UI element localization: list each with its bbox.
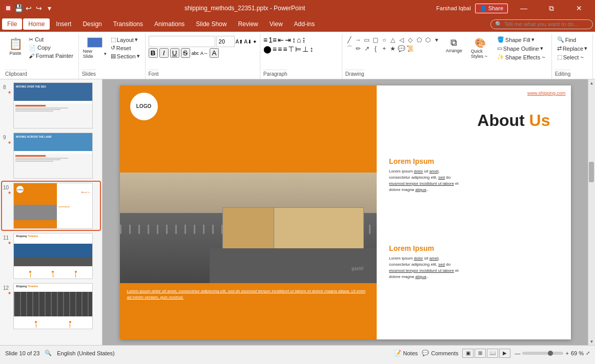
pentagon-shape[interactable]: ⬠ <box>415 36 423 44</box>
shape-outline-button[interactable]: ▭ Shape Outline ▾ <box>495 45 547 52</box>
restore-button[interactable]: ⧉ <box>540 0 563 16</box>
brace-shape[interactable]: { <box>372 45 380 53</box>
underline-button[interactable]: U <box>170 48 179 58</box>
menu-animations[interactable]: Animations <box>149 18 190 30</box>
callout-shape[interactable]: 💬 <box>398 45 406 53</box>
menu-insert[interactable]: Insert <box>51 18 76 30</box>
share-button[interactable]: 👤 Share <box>475 4 508 13</box>
shape-effects-button[interactable]: ✨ Shape Effects ~ <box>495 53 547 61</box>
vertical-scrollbar[interactable]: ▲ ▼ <box>588 79 595 345</box>
line-spacing-button[interactable]: ↕ <box>310 45 313 53</box>
increase-indent-button[interactable]: ⇥ <box>285 36 291 44</box>
rounded-rect-shape[interactable]: ▢ <box>372 36 380 44</box>
rtriangle-shape[interactable]: ◁ <box>398 36 406 44</box>
undo-icon[interactable]: ↩ <box>25 4 33 12</box>
line-shape[interactable]: ╱ <box>345 36 354 44</box>
shadow-button[interactable]: abc <box>192 51 199 56</box>
redo-icon[interactable]: ↪ <box>35 4 43 12</box>
format-painter-button[interactable]: 🖌 Format Painter <box>27 52 75 59</box>
menu-addins[interactable]: Add-ins <box>289 18 320 30</box>
italic-button[interactable]: I <box>159 48 169 58</box>
cut-button[interactable]: ✂ Cut <box>27 36 75 44</box>
justify-button[interactable]: ≡ <box>283 45 287 53</box>
arrow-shape[interactable]: → <box>354 36 362 44</box>
menu-design[interactable]: Design <box>77 18 107 30</box>
font-name-input[interactable] <box>149 36 215 47</box>
rect-shape[interactable]: ▭ <box>363 36 371 44</box>
scroll-track[interactable] <box>588 87 596 338</box>
font-size-input[interactable] <box>216 36 235 47</box>
slide-sorter-button[interactable]: ⊞ <box>475 349 486 358</box>
replace-button[interactable]: ⇄ Replace ▾ <box>555 45 589 52</box>
slide-thumb-8[interactable]: 8 ★ MOVING OVER THE SEA <box>2 81 100 130</box>
more-shapes[interactable]: ▾ <box>433 36 441 44</box>
menu-home[interactable]: Home <box>23 18 50 30</box>
triangle-shape[interactable]: △ <box>389 36 397 44</box>
find-button[interactable]: 🔍 Find <box>555 36 589 44</box>
slide-thumb-9[interactable]: 9 ★ MOVING ACROSS THE LAND <box>2 132 100 180</box>
reset-button[interactable]: ↺ Reset <box>109 44 142 52</box>
slide-thumb-12[interactable]: 12 ★ Shipping Timeline <box>2 282 100 330</box>
align-left-button[interactable]: ⬤ <box>263 45 272 53</box>
menu-review[interactable]: Review <box>233 18 263 30</box>
align-top-button[interactable]: ⊤ <box>288 45 294 53</box>
customize-qat-icon[interactable]: ▾ <box>45 4 53 12</box>
slide-thumb-10[interactable]: 10 ★ LOGO About Us Lorem Ipsum <box>2 182 100 230</box>
numbering-button[interactable]: 1≡ <box>269 36 277 44</box>
menu-file[interactable]: File <box>2 18 22 30</box>
align-middle-button[interactable]: ⊨ <box>295 45 301 53</box>
slide-canvas[interactable]: LOGO www.shipping.com About Us <box>120 85 571 339</box>
zoom-in-button[interactable]: + <box>565 350 568 356</box>
comments-button[interactable]: 💬 Comments <box>422 350 458 356</box>
scroll-up-arrow[interactable]: ▲ <box>588 79 596 87</box>
copy-button[interactable]: 📄 Copy <box>27 44 75 52</box>
decrease-indent-button[interactable]: ⇤ <box>278 36 284 44</box>
select-button[interactable]: ⬚ Select ~ <box>555 53 589 61</box>
freeform-shape[interactable]: ✏ <box>354 45 362 53</box>
decrease-font-button[interactable]: A⬇ <box>244 39 252 45</box>
clear-format-button[interactable]: ✦ <box>253 39 257 45</box>
scroll-shape[interactable]: 📜 <box>406 45 415 53</box>
zoom-thumb[interactable] <box>548 351 553 356</box>
menu-slideshow[interactable]: Slide Show <box>191 18 232 30</box>
new-slide-button[interactable]: New Slide ▾ <box>82 36 108 70</box>
bold-button[interactable]: B <box>149 48 158 58</box>
minimize-button[interactable]: — <box>512 0 536 16</box>
zoom-out-button[interactable]: — <box>515 350 520 356</box>
oval-shape[interactable]: ○ <box>380 36 388 44</box>
section-button[interactable]: ▤ Section ▾ <box>109 52 142 60</box>
scroll-thumb[interactable] <box>589 162 594 182</box>
normal-view-button[interactable]: ▣ <box>462 349 474 358</box>
align-center-button[interactable]: ≡ <box>273 45 277 53</box>
paste-button[interactable]: 📋 Paste <box>5 36 26 70</box>
strikethrough-button[interactable]: S <box>181 48 190 58</box>
char-spacing-button[interactable]: A↔ <box>200 51 208 56</box>
hexagon-shape[interactable]: ⬡ <box>424 36 432 44</box>
curve-shape[interactable]: ⌒ <box>345 45 354 53</box>
shape-fill-button[interactable]: 🪣 Shape Fill ▾ <box>495 36 547 44</box>
save-icon[interactable]: 💾 <box>14 4 23 12</box>
columns-button[interactable]: ⫶ <box>302 36 305 44</box>
increase-font-button[interactable]: A⬆ <box>236 39 243 45</box>
layout-button[interactable]: ⬚ Layout ▾ <box>109 36 142 44</box>
menu-transitions[interactable]: Transitions <box>108 18 148 30</box>
notes-button[interactable]: 📝 Notes <box>394 350 418 356</box>
bullets-button[interactable]: ≡ <box>263 36 268 44</box>
quick-styles-button[interactable]: 🎨 Quick Styles ~ <box>470 36 490 60</box>
star-shape[interactable]: ★ <box>389 45 397 53</box>
smart-art-button[interactable]: ⌂ <box>297 36 301 44</box>
align-bottom-button[interactable]: ⊥ <box>302 45 309 53</box>
scroll-down-arrow[interactable]: ▼ <box>588 338 596 345</box>
plus-shape[interactable]: + <box>380 45 388 53</box>
diamond-shape[interactable]: ◇ <box>406 36 415 44</box>
text-direction-button[interactable]: ↕ <box>292 36 296 44</box>
fit-slide-button[interactable]: ⤢ <box>586 350 590 356</box>
tell-me-box[interactable]: 🔍 Tell me what you want to do... <box>490 19 593 29</box>
zoom-slider[interactable] <box>522 352 563 355</box>
arrange-button[interactable]: ⧉ Arrange <box>444 36 464 55</box>
align-right-button[interactable]: ≡ <box>278 45 282 53</box>
menu-view[interactable]: View <box>264 18 288 30</box>
reading-view-button[interactable]: 📖 <box>487 349 498 358</box>
connector-shape[interactable]: ↗ <box>363 45 371 53</box>
slide-thumb-11[interactable]: 11 ★ Shipping Timeline <box>2 232 100 280</box>
